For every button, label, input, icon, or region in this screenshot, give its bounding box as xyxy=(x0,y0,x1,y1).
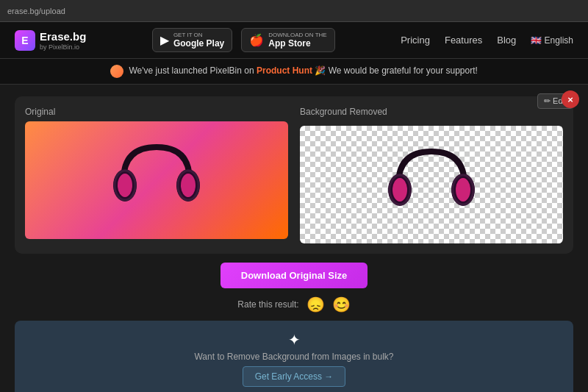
browser-url: erase.bg/upload xyxy=(7,7,65,15)
promo-text2: We would be grateful for your support! xyxy=(329,65,478,76)
headphone-original-svg xyxy=(109,132,204,228)
promo-highlight[interactable]: Product Hunt xyxy=(257,65,312,76)
features-link[interactable]: Features xyxy=(445,35,482,46)
main-content: × Original xyxy=(0,85,588,392)
svg-point-9 xyxy=(456,178,470,202)
comparison-panel: × Original xyxy=(15,96,573,254)
rating-label: Rate this result: xyxy=(237,299,298,310)
svg-point-3 xyxy=(181,174,196,197)
cta-icon: ✦ xyxy=(29,331,559,349)
browser-bar: erase.bg/upload xyxy=(0,0,588,22)
promo-bar: We've just launched PixelBin on Product … xyxy=(0,59,588,85)
logo-text: Erase.bg xyxy=(40,30,86,43)
app-store-name: App Store xyxy=(268,38,326,49)
sad-rating-button[interactable]: 😞 xyxy=(306,296,325,313)
nav-right: Pricing Features Blog 🇬🇧 English xyxy=(401,35,573,46)
logo-icon: E xyxy=(15,30,35,51)
bottom-cta: ✦ Want to Remove Background from Images … xyxy=(15,321,573,392)
app-store-top-label: Download on the xyxy=(268,32,326,38)
removed-label: Background Removed xyxy=(300,107,387,117)
nav-center: ▶ GET IT ON Google Play 🍎 Download on th… xyxy=(152,28,335,52)
original-image xyxy=(25,121,288,239)
download-button[interactable]: Download Original Size xyxy=(220,263,368,288)
promo-avatar xyxy=(110,65,123,78)
logo-sub: by PixelBin.io xyxy=(40,43,86,51)
original-col: Original xyxy=(25,107,288,243)
svg-point-1 xyxy=(118,174,132,197)
removed-image xyxy=(300,126,563,243)
app-store-badge[interactable]: 🍎 Download on the App Store xyxy=(241,28,334,52)
google-play-badge[interactable]: ▶ GET IT ON Google Play xyxy=(152,28,232,52)
happy-rating-button[interactable]: 😊 xyxy=(332,296,351,313)
pricing-link[interactable]: Pricing xyxy=(401,35,430,46)
cta-text: Want to Remove Background from Images in… xyxy=(29,352,559,362)
download-section: Download Original Size xyxy=(15,263,573,288)
early-access-button[interactable]: Get Early Access → xyxy=(243,366,346,387)
removed-col: Background Removed ✏ Edit xyxy=(300,107,563,243)
apple-icon: 🍎 xyxy=(249,33,264,47)
google-play-top-label: GET IT ON xyxy=(173,32,224,38)
original-label: Original xyxy=(25,107,288,117)
google-play-name: Google Play xyxy=(173,38,224,49)
blog-link[interactable]: Blog xyxy=(497,35,516,46)
rating-section: Rate this result: 😞 😊 xyxy=(15,296,573,313)
logo: E Erase.bg by PixelBin.io xyxy=(15,30,86,51)
google-play-icon: ▶ xyxy=(160,33,169,47)
promo-text: We've just launched PixelBin on xyxy=(129,65,254,76)
top-nav: E Erase.bg by PixelBin.io ▶ GET IT ON Go… xyxy=(0,22,588,59)
close-button[interactable]: × xyxy=(562,90,579,108)
svg-point-7 xyxy=(392,178,407,202)
headphone-removed-svg xyxy=(384,137,479,232)
language-selector[interactable]: 🇬🇧 English xyxy=(531,35,573,46)
